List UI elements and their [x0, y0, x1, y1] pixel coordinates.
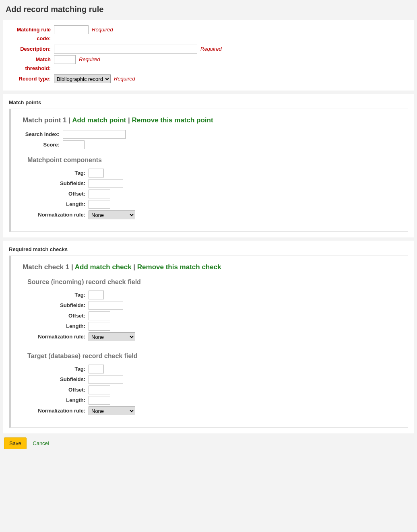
required-text: Required [114, 74, 135, 83]
score-input[interactable] [63, 140, 85, 149]
cancel-link[interactable]: Cancel [33, 440, 49, 446]
mp-subfields-label: Subfields: [23, 179, 89, 188]
match-point-title: Match point 1 | Add match point | Remove… [23, 116, 400, 124]
separator: | [71, 263, 75, 271]
required-text: Required [79, 55, 100, 64]
match-checks-panel: Required match checks Match check 1 | Ad… [3, 241, 414, 433]
tgt-tag-input[interactable] [89, 365, 104, 373]
description-label: Description: [9, 45, 54, 54]
mp-length-input[interactable] [89, 200, 110, 209]
src-norm-select[interactable]: None [89, 332, 135, 341]
match-threshold-row: Match threshold: Required [9, 55, 408, 73]
match-point-prefix: Match point 1 [23, 116, 67, 124]
match-check-title: Match check 1 | Add match check | Remove… [23, 263, 400, 271]
tgt-length-label: Length: [23, 396, 89, 405]
tgt-tag-row: Tag: [23, 365, 400, 373]
matchpoint-components-heading: Matchpoint components [27, 157, 400, 164]
record-type-row: Record type: Bibliographic record Requir… [9, 74, 408, 83]
tgt-offset-row: Offset: [23, 386, 400, 394]
src-tag-input[interactable] [89, 291, 104, 299]
matching-rule-code-label: Matching rule code: [9, 25, 54, 43]
mp-norm-row: Normalization rule: None [23, 210, 400, 219]
src-tag-label: Tag: [23, 291, 89, 299]
tgt-length-row: Length: [23, 396, 400, 405]
src-tag-row: Tag: [23, 291, 400, 299]
src-subfields-input[interactable] [89, 301, 123, 310]
description-input[interactable] [54, 45, 197, 54]
mp-subfields-input[interactable] [89, 179, 123, 188]
mp-norm-select[interactable]: None [89, 210, 135, 219]
tgt-subfields-row: Subfields: [23, 375, 400, 384]
match-threshold-input[interactable] [54, 55, 76, 64]
tgt-tag-label: Tag: [23, 365, 89, 373]
match-threshold-label: Match threshold: [9, 55, 54, 73]
target-check-heading: Target (database) record check field [27, 353, 400, 360]
match-check-block: Match check 1 | Add match check | Remove… [9, 256, 408, 428]
match-check-prefix: Match check 1 [23, 263, 69, 271]
src-offset-label: Offset: [23, 311, 89, 320]
search-index-label: Search index: [23, 130, 63, 139]
form-actions: Save Cancel [3, 437, 414, 449]
mp-length-label: Length: [23, 200, 89, 209]
matching-rule-code-row: Matching rule code: Required [9, 25, 408, 43]
tgt-offset-input[interactable] [89, 386, 110, 394]
score-label: Score: [23, 140, 63, 149]
description-row: Description: Required [9, 45, 408, 54]
add-match-point-link[interactable]: Add match point [72, 116, 126, 124]
required-text: Required [92, 25, 113, 34]
match-points-heading: Match points [9, 99, 408, 107]
rule-basics-panel: Matching rule code: Required Description… [3, 20, 414, 91]
mp-offset-row: Offset: [23, 190, 400, 198]
src-subfields-label: Subfields: [23, 301, 89, 310]
src-length-label: Length: [23, 322, 89, 331]
mp-norm-label: Normalization rule: [23, 210, 89, 219]
mp-tag-label: Tag: [23, 169, 89, 177]
match-points-panel: Match points Match point 1 | Add match p… [3, 94, 414, 237]
record-type-label: Record type: [9, 74, 54, 83]
remove-match-check-link[interactable]: Remove this match check [137, 263, 221, 271]
source-check-heading: Source (incoming) record check field [27, 278, 400, 286]
tgt-norm-row: Normalization rule: None [23, 406, 400, 415]
mp-offset-label: Offset: [23, 190, 89, 198]
mp-length-row: Length: [23, 200, 400, 209]
separator: | [68, 116, 72, 124]
src-norm-label: Normalization rule: [23, 332, 89, 341]
mp-tag-row: Tag: [23, 169, 400, 177]
matching-rule-code-input[interactable] [54, 25, 89, 34]
tgt-subfields-input[interactable] [89, 375, 123, 384]
search-index-input[interactable] [63, 130, 126, 139]
src-norm-row: Normalization rule: None [23, 332, 400, 341]
mp-offset-input[interactable] [89, 190, 110, 198]
separator: | [133, 263, 137, 271]
src-subfields-row: Subfields: [23, 301, 400, 310]
tgt-offset-label: Offset: [23, 386, 89, 394]
save-button[interactable]: Save [4, 437, 27, 449]
src-length-row: Length: [23, 322, 400, 331]
match-point-block: Match point 1 | Add match point | Remove… [9, 109, 408, 232]
src-offset-row: Offset: [23, 311, 400, 320]
match-checks-heading: Required match checks [9, 246, 408, 254]
search-index-row: Search index: [23, 130, 400, 139]
mp-subfields-row: Subfields: [23, 179, 400, 188]
tgt-subfields-label: Subfields: [23, 375, 89, 384]
score-row: Score: [23, 140, 400, 149]
tgt-length-input[interactable] [89, 396, 110, 405]
add-match-check-link[interactable]: Add match check [75, 263, 132, 271]
page-title: Add record matching rule [6, 5, 414, 14]
src-length-input[interactable] [89, 322, 110, 331]
mp-tag-input[interactable] [89, 169, 104, 177]
src-offset-input[interactable] [89, 311, 110, 320]
tgt-norm-select[interactable]: None [89, 406, 135, 415]
record-type-select[interactable]: Bibliographic record [54, 74, 111, 83]
tgt-norm-label: Normalization rule: [23, 406, 89, 415]
remove-match-point-link[interactable]: Remove this match point [132, 116, 213, 124]
required-text: Required [200, 45, 222, 54]
